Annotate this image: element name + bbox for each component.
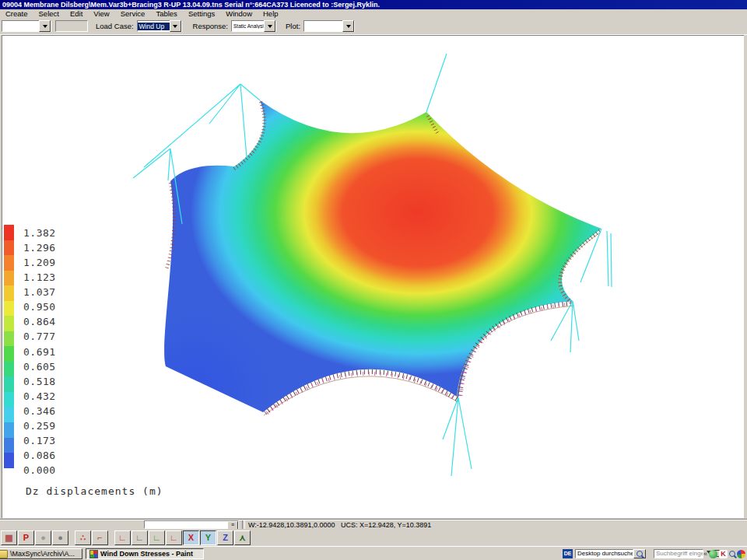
legend-color-band <box>4 285 14 301</box>
command-input[interactable]: ≡ <box>144 520 239 529</box>
chevron-down-icon[interactable] <box>264 20 275 32</box>
load-case-label: Load Case: <box>96 22 134 30</box>
toolbar-icon-button[interactable]: ⋏ <box>234 530 251 545</box>
status-bar: ≡ W:-12.9428,10.3891,0.0000 UCS: X=12.94… <box>0 519 747 530</box>
updater-tray-icon[interactable] <box>709 550 717 558</box>
window-title: 09004 Membrane Dilsberg\Mem.Var3b+Bracin… <box>2 1 380 9</box>
toolbar-icon: X <box>188 533 194 542</box>
legend-color-band <box>4 422 14 438</box>
toolbar-inset-panel <box>55 20 88 32</box>
toolbar-icon-button[interactable]: ∟ <box>132 530 148 545</box>
taskbar: \MaxSync\Archiv\A... Wind Down Stresses … <box>0 546 747 560</box>
search-term-input[interactable]: Suchbegriff einge... <box>654 549 703 558</box>
response-combo[interactable]: Static Analysis Re <box>231 20 276 32</box>
plot-canvas[interactable]: 1.3821.2961.2091.1231.0370.9500.8640.777… <box>2 35 744 518</box>
chevron-down-icon[interactable] <box>39 20 51 32</box>
toolbar-icon: ● <box>58 533 63 542</box>
legend-value-label: 0.432 <box>23 389 78 404</box>
chevron-down-icon[interactable] <box>342 20 354 32</box>
toolbar-icon-button[interactable]: ∟ <box>114 530 131 545</box>
toolbar-icon: ∟ <box>118 533 127 542</box>
toolbar-icon: ⌐ <box>97 533 102 542</box>
legend-value-label: 0.259 <box>23 418 78 433</box>
snap-toolbar: ▦ P ● ● ∴ ⌐ ∟ ∟ ∟ ∟ X Y Z ⋏ <box>0 529 747 546</box>
toolbar-icon-button[interactable]: X <box>183 530 199 545</box>
toolbar-icon-button[interactable]: ● <box>52 530 68 545</box>
legend-color-band <box>4 255 14 271</box>
legend-color-band <box>4 301 14 317</box>
legend-value-label: 0.605 <box>23 359 78 374</box>
search-icon <box>637 551 643 557</box>
toolbar-icon-button[interactable]: P <box>18 530 34 545</box>
legend-values: 1.3821.2961.2091.1231.0370.9500.8640.777… <box>23 226 78 478</box>
system-tray: « K <box>703 548 745 559</box>
toolbar-icon-button[interactable]: ∴ <box>75 530 91 545</box>
color-wheel-tray-icon[interactable] <box>737 550 745 558</box>
toolbar-icon: ▦ <box>5 533 12 543</box>
legend-color-band <box>4 346 14 362</box>
legend-value-label: 0.346 <box>23 404 78 418</box>
taskbar-window-paint[interactable]: Wind Down Stresses - Paint <box>86 548 204 559</box>
response-value: Static Analysis Re <box>232 23 264 29</box>
status-separator <box>242 520 245 529</box>
toolbar-icon: ∟ <box>170 533 178 542</box>
legend-color-band <box>4 331 14 347</box>
ucs-coordinates: UCS: X=12.9428, Y=10.3891 <box>341 521 431 529</box>
unnamed-combo[interactable] <box>2 20 51 32</box>
taskbar-window-label: \MaxSync\Archiv\A... <box>10 550 75 558</box>
legend-color-band <box>4 392 14 408</box>
legend-value-label: 0.691 <box>23 345 78 359</box>
taskbar-window-explorer[interactable]: \MaxSync\Archiv\A... <box>0 548 82 559</box>
search-button[interactable] <box>633 549 646 558</box>
menu-item[interactable]: View <box>88 9 114 18</box>
legend-value-label: 0.000 <box>23 463 78 478</box>
legend-color-band <box>4 362 14 377</box>
legend-color-band <box>4 271 14 286</box>
menu-item[interactable]: Select <box>33 9 65 18</box>
menu-item[interactable]: Service <box>115 9 151 18</box>
magnifier-tray-icon[interactable] <box>729 551 735 557</box>
title-bar[interactable]: 09004 Membrane Dilsberg\Mem.Var3b+Bracin… <box>0 0 747 9</box>
menu-item[interactable]: Help <box>258 9 284 18</box>
toolbar-icon-button[interactable]: Z <box>217 530 233 545</box>
toolbar-icon-button[interactable]: ∟ <box>166 530 182 545</box>
legend-value-label: 0.777 <box>23 329 78 344</box>
legend-value-label: 1.382 <box>23 226 78 240</box>
plot-caption: Dz displacements (m) <box>26 485 163 497</box>
legend-value-label: 1.296 <box>23 240 78 255</box>
k-application-tray-icon[interactable]: K <box>719 550 728 558</box>
legend-color-bar <box>4 225 14 468</box>
toolbar-icon: ∟ <box>135 533 144 542</box>
legend-value-label: 1.037 <box>23 285 78 299</box>
legend-color-band <box>4 376 14 392</box>
legend-color-band <box>4 316 14 331</box>
menu-item[interactable]: Tables <box>150 9 182 18</box>
menu-item[interactable]: Create <box>0 9 33 18</box>
toolbar-icon: P <box>23 533 29 542</box>
plot-label: Plot: <box>286 22 300 30</box>
load-case-combo[interactable]: Wind Up <box>137 20 182 32</box>
menu-item[interactable]: Edit <box>65 9 88 18</box>
menu-item[interactable]: Settings <box>183 9 220 18</box>
menu-item[interactable]: Window <box>220 9 258 18</box>
desktop-search-value: Desktop durchsuchen <box>577 550 633 557</box>
taskbar-window-label: Wind Down Stresses - Paint <box>100 550 193 558</box>
search-term-placeholder: Suchbegriff einge... <box>656 550 703 557</box>
toolbar-icon-button[interactable]: Y <box>200 530 216 545</box>
toolbar-icon-button[interactable]: ● <box>35 530 51 545</box>
toolbar-icon: ∴ <box>80 533 86 543</box>
world-coordinates: W:-12.9428,10.3891,0.0000 <box>248 521 335 529</box>
toolbar-icon-button[interactable]: ⌐ <box>92 530 108 545</box>
toolbar-icon: Y <box>205 533 211 542</box>
chevron-down-icon[interactable] <box>170 20 181 32</box>
toolbar-icon-button[interactable]: ▦ <box>1 530 17 545</box>
legend-value-label: 1.209 <box>23 255 78 270</box>
paint-icon <box>89 550 98 558</box>
toolbar-icon-button[interactable]: ∟ <box>149 530 165 545</box>
language-indicator[interactable]: DE <box>563 549 573 558</box>
plot-combo[interactable] <box>303 20 355 32</box>
collapse-tray-icon[interactable]: « <box>703 550 707 558</box>
desktop-search-input[interactable]: Desktop durchsuchen <box>575 549 633 558</box>
legend-color-band <box>4 438 14 453</box>
legend-color-band <box>4 225 14 240</box>
